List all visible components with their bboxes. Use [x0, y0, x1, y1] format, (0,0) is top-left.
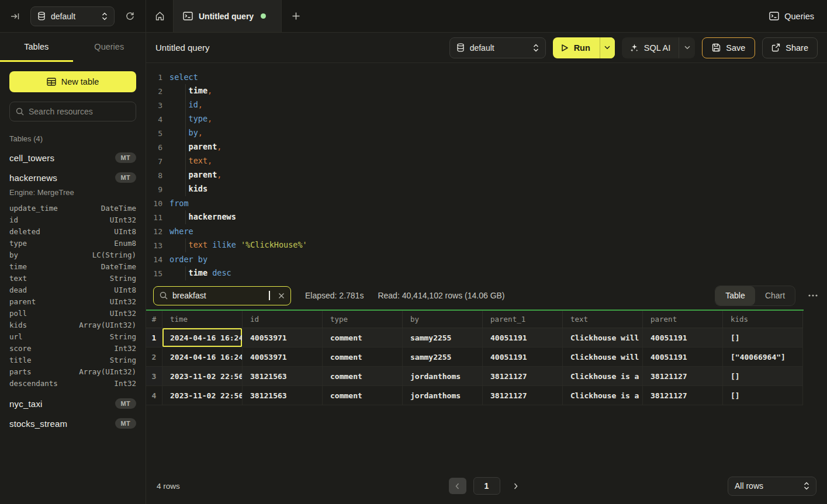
- database-selector-query[interactable]: default: [449, 37, 546, 58]
- column-header-by[interactable]: by: [403, 311, 483, 328]
- column-type: Enum8: [114, 239, 136, 248]
- cell-kids[interactable]: []: [723, 328, 803, 347]
- cell-parent_1[interactable]: 38121127: [483, 386, 563, 405]
- cell-id[interactable]: 40053971: [243, 328, 323, 347]
- column-type: UInt8: [114, 227, 136, 236]
- selected-cell[interactable]: 2024-04-16 16:24…: [162, 328, 243, 347]
- tab-untitled-query[interactable]: Untitled query: [174, 0, 282, 32]
- cell-by[interactable]: jordanthoms: [403, 367, 483, 386]
- cell-type[interactable]: comment: [323, 347, 403, 367]
- column-header-text[interactable]: text: [563, 311, 643, 328]
- cell-by[interactable]: sammy2255: [403, 347, 483, 367]
- cell-parent[interactable]: 40051191: [643, 347, 723, 367]
- code-line[interactable]: 11hackernews: [146, 210, 827, 224]
- cell-time[interactable]: 2023-11-02 22:56…: [162, 386, 243, 405]
- results-search[interactable]: [153, 286, 291, 305]
- current-page[interactable]: 1: [473, 477, 500, 495]
- save-button[interactable]: Save: [702, 37, 755, 58]
- line-number: 3: [146, 101, 162, 110]
- previous-page-button[interactable]: [449, 478, 466, 494]
- cell-text[interactable]: Clickhouse will …: [563, 347, 643, 367]
- database-selector-top[interactable]: default: [30, 6, 115, 26]
- cell-parent[interactable]: 38121127: [643, 386, 723, 405]
- cell-by[interactable]: sammy2255: [403, 328, 483, 347]
- share-button[interactable]: Share: [762, 37, 818, 58]
- tables-list: cell_towersMThackernewsMTEngine: MergeTr…: [9, 152, 136, 429]
- share-button-label: Share: [786, 43, 808, 53]
- sidebar-table-stocks_stream[interactable]: stocks_streamMT: [9, 418, 136, 429]
- new-table-button[interactable]: New table: [9, 71, 136, 92]
- code-line[interactable]: 6parent,: [146, 140, 827, 154]
- cell-parent[interactable]: 38121127: [643, 367, 723, 386]
- sql-editor[interactable]: 1select2time,3id,4type,5by,6parent,7text…: [146, 63, 827, 281]
- code-line[interactable]: 4type,: [146, 112, 827, 126]
- updown-chevron-icon: [102, 12, 108, 20]
- column-name: parent: [9, 297, 36, 306]
- column-header-index[interactable]: #: [146, 311, 162, 328]
- queries-button[interactable]: Queries: [769, 12, 814, 21]
- code-line[interactable]: 8parent,: [146, 168, 827, 182]
- sidebar-table-hackernews[interactable]: hackernewsMT: [9, 172, 136, 183]
- sidebar-tab-tables[interactable]: Tables: [0, 33, 73, 62]
- cell-id[interactable]: 40053971: [243, 347, 323, 367]
- cell-id[interactable]: 38121563: [243, 367, 323, 386]
- view-toggle-chart[interactable]: Chart: [755, 286, 795, 305]
- cell-text[interactable]: Clickhouse will …: [563, 328, 643, 347]
- sidebar-table-cell_towers[interactable]: cell_towersMT: [9, 152, 136, 163]
- cell-text[interactable]: Clickhouse is a …: [563, 367, 643, 386]
- run-options-button[interactable]: [600, 37, 615, 58]
- cell-time[interactable]: 2024-04-16 16:24…: [162, 347, 243, 367]
- column-header-kids[interactable]: kids: [723, 311, 803, 328]
- cell-parent_1[interactable]: 40051191: [483, 347, 563, 367]
- cell-time[interactable]: 2023-11-02 22:56…: [162, 367, 243, 386]
- column-header-type[interactable]: type: [323, 311, 403, 328]
- cell-type[interactable]: comment: [323, 328, 403, 347]
- code-line[interactable]: 1select: [146, 70, 827, 84]
- results-toolbar: Elapsed: 2.781s Read: 40,414,102 rows (1…: [146, 281, 827, 310]
- page-size-selector[interactable]: All rows: [728, 477, 816, 496]
- code-line[interactable]: 5by,: [146, 126, 827, 140]
- cell-by[interactable]: jordanthoms: [403, 386, 483, 405]
- cell-parent_1[interactable]: 38121127: [483, 367, 563, 386]
- column-header-id[interactable]: id: [243, 311, 323, 328]
- code-line[interactable]: 2time,: [146, 84, 827, 98]
- new-tab-button[interactable]: [282, 0, 310, 32]
- refresh-button[interactable]: [123, 9, 137, 23]
- code-line[interactable]: 15time desc: [146, 266, 827, 280]
- column-header-parent_1[interactable]: parent_1: [483, 311, 563, 328]
- table-grid-icon: [47, 78, 56, 86]
- code-line[interactable]: 3id,: [146, 98, 827, 112]
- column-header-time[interactable]: time: [162, 311, 243, 328]
- cell-type[interactable]: comment: [323, 367, 403, 386]
- sidebar-table-nyc_taxi[interactable]: nyc_taxiMT: [9, 398, 136, 409]
- home-button[interactable]: [146, 0, 174, 32]
- column-header-parent[interactable]: parent: [643, 311, 723, 328]
- cell-id[interactable]: 38121563: [243, 386, 323, 405]
- code-line[interactable]: 14order by: [146, 252, 827, 266]
- results-more-button[interactable]: [806, 292, 820, 299]
- sql-ai-options-button[interactable]: [679, 37, 695, 58]
- clear-search-icon[interactable]: [278, 293, 285, 299]
- resource-search[interactable]: [9, 102, 136, 121]
- cell-text[interactable]: Clickhouse is a …: [563, 386, 643, 405]
- code-line[interactable]: 9kids: [146, 182, 827, 196]
- cell-parent[interactable]: 40051191: [643, 328, 723, 347]
- sql-ai-button[interactable]: SQL AI: [622, 37, 679, 58]
- cell-parent_1[interactable]: 40051191: [483, 328, 563, 347]
- sidebar-tab-queries[interactable]: Queries: [73, 33, 146, 62]
- code-line[interactable]: 10from: [146, 196, 827, 210]
- collapse-sidebar-button[interactable]: [8, 9, 22, 23]
- view-toggle-table[interactable]: Table: [715, 286, 755, 305]
- code-line[interactable]: 7text,: [146, 154, 827, 168]
- code-line[interactable]: 13text ilike '%ClickHouse%': [146, 238, 827, 252]
- chevron-left-icon: [455, 483, 459, 489]
- resource-search-input[interactable]: [29, 107, 130, 116]
- run-button[interactable]: Run: [553, 37, 600, 58]
- cell-kids[interactable]: ["40066964"]: [723, 347, 803, 367]
- cell-kids[interactable]: []: [723, 386, 803, 405]
- column-name: type: [9, 239, 27, 248]
- next-page-button[interactable]: [507, 478, 525, 494]
- cell-type[interactable]: comment: [323, 386, 403, 405]
- cell-kids[interactable]: []: [723, 367, 803, 386]
- code-line[interactable]: 12where: [146, 224, 827, 238]
